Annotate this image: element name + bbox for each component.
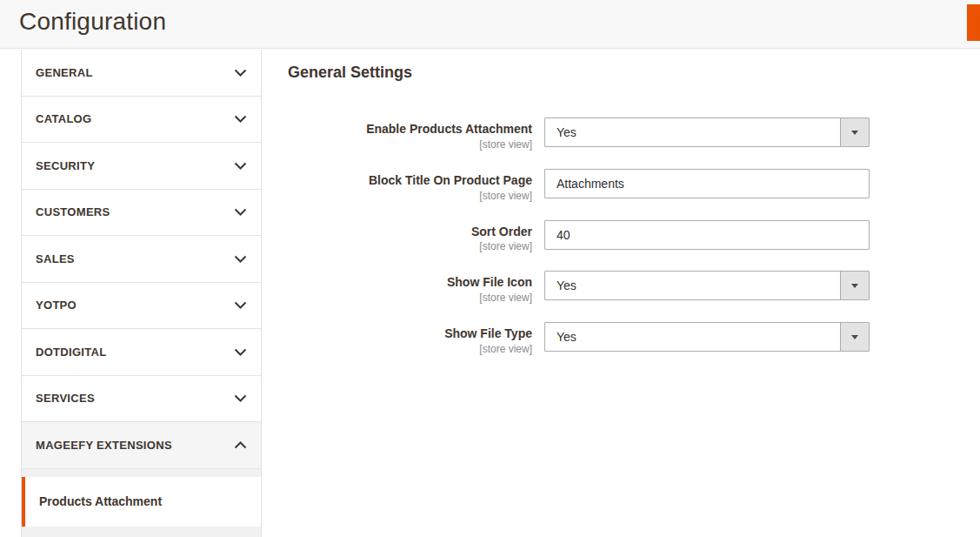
select-value: Yes	[545, 118, 840, 146]
form-row: Show File Type [store view] Yes	[263, 322, 980, 355]
sidebar-section-yotpo[interactable]: YOTPO	[22, 283, 261, 330]
field-input-column	[544, 169, 870, 202]
config-form: Enable Products Attachment [store view] …	[263, 117, 980, 373]
sidebar-section-customers[interactable]: CUSTOMERS	[22, 190, 261, 237]
sidebar-section-label: SECURITY	[36, 159, 95, 172]
select-caret-button[interactable]	[840, 272, 869, 299]
field-scope: [store view]	[263, 240, 532, 252]
field-scope: [store view]	[263, 343, 532, 355]
sidebar-section-label: SALES	[36, 252, 75, 265]
sidebar-section-label: YOTPO	[36, 299, 77, 312]
field-label: Sort Order	[263, 225, 532, 239]
field-label: Enable Products Attachment	[263, 122, 532, 137]
section-title: General Settings	[288, 64, 412, 82]
select-value: Yes	[545, 272, 840, 299]
text-field-block-title-on-product-page[interactable]	[544, 169, 870, 198]
main-panel: General Settings Enable Products Attachm…	[263, 50, 980, 537]
sidebar-section-label: CUSTOMERS	[36, 205, 110, 218]
text-field-sort-order[interactable]	[544, 220, 870, 250]
sidebar-item-label: Products Attachment	[39, 494, 162, 508]
chevron-down-icon	[234, 208, 247, 216]
field-input-column	[544, 220, 870, 253]
field-label: Show File Type	[263, 326, 532, 341]
caret-down-icon	[851, 284, 858, 288]
field-label-column: Show File Type [store view]	[263, 322, 532, 355]
sidebar-section-label: DOTDIGITAL	[36, 346, 106, 359]
chevron-down-icon	[234, 348, 247, 356]
sidebar-section-catalog[interactable]: CATALOG	[22, 97, 261, 144]
config-subnav: Products Attachment	[22, 469, 261, 537]
chevron-up-icon	[234, 441, 247, 449]
sidebar-section-label: SERVICES	[36, 392, 95, 405]
sidebar-section-label: MAGEEFY EXTENSIONS	[36, 439, 172, 452]
select-field-enable-products-attachment[interactable]: Yes	[544, 117, 870, 147]
sidebar-section-general[interactable]: GENERAL	[22, 50, 261, 97]
sidebar-section-services[interactable]: SERVICES	[22, 376, 261, 423]
field-input-column: Yes	[544, 271, 870, 304]
field-input-column: Yes	[544, 117, 870, 151]
form-row: Show File Icon [store view] Yes	[263, 271, 980, 304]
field-scope: [store view]	[263, 190, 532, 202]
field-label-column: Enable Products Attachment [store view]	[263, 117, 532, 151]
select-field-show-file-type[interactable]: Yes	[544, 322, 870, 352]
sidebar-section-dotdigital[interactable]: DOTDIGITAL	[22, 329, 261, 376]
config-sidebar: GENERAL CATALOG SECURITY CUSTOMERS SALES…	[21, 50, 262, 537]
page-header: Configuration	[0, 0, 980, 49]
select-caret-button[interactable]	[840, 118, 869, 146]
field-scope: [store view]	[263, 292, 532, 304]
caret-down-icon	[851, 131, 858, 135]
chevron-down-icon	[234, 162, 247, 170]
config-nav: GENERAL CATALOG SECURITY CUSTOMERS SALES…	[22, 50, 261, 469]
chevron-down-icon	[234, 255, 247, 263]
header-action-button[interactable]	[967, 4, 980, 41]
select-caret-button[interactable]	[840, 323, 869, 351]
chevron-down-icon	[234, 394, 247, 402]
form-row: Block Title On Product Page [store view]	[263, 169, 980, 202]
select-field-show-file-icon[interactable]: Yes	[544, 271, 870, 300]
sidebar-section-mageefy-extensions[interactable]: MAGEEFY EXTENSIONS	[22, 422, 261, 469]
field-label-column: Show File Icon [store view]	[263, 271, 532, 304]
field-label: Show File Icon	[263, 275, 532, 290]
sidebar-section-label: GENERAL	[36, 66, 93, 79]
field-scope: [store view]	[263, 138, 532, 151]
chevron-down-icon	[234, 115, 247, 123]
sidebar-section-sales[interactable]: SALES	[22, 236, 261, 283]
sidebar-section-label: CATALOG	[36, 112, 91, 125]
field-label-column: Block Title On Product Page [store view]	[263, 169, 532, 202]
sidebar-item-products-attachment[interactable]: Products Attachment	[22, 477, 261, 527]
page-title: Configuration	[19, 8, 166, 36]
form-row: Enable Products Attachment [store view] …	[263, 117, 980, 151]
chevron-down-icon	[234, 69, 247, 77]
form-row: Sort Order [store view]	[263, 220, 980, 253]
select-value: Yes	[545, 323, 840, 351]
field-label: Block Title On Product Page	[263, 173, 532, 188]
sidebar-section-security[interactable]: SECURITY	[22, 143, 261, 190]
field-label-column: Sort Order [store view]	[263, 220, 532, 253]
caret-down-icon	[851, 335, 858, 339]
field-input-column: Yes	[544, 322, 870, 355]
chevron-down-icon	[234, 301, 247, 309]
